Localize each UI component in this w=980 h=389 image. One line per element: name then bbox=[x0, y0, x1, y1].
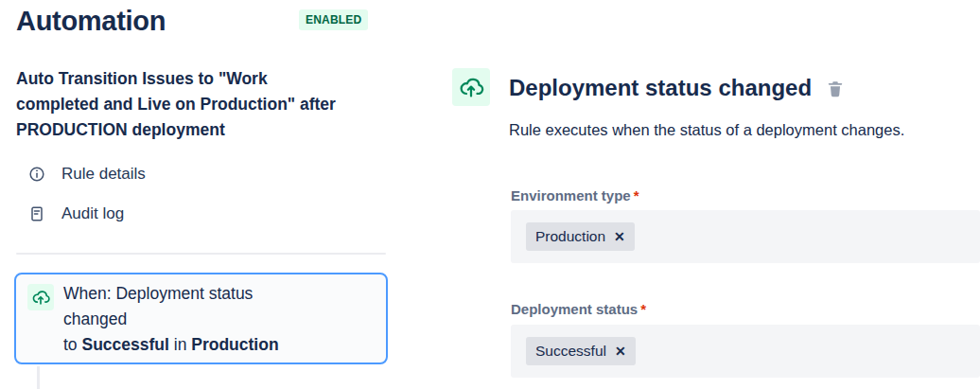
rule-name: Auto Transition Issues to "Work complete… bbox=[16, 66, 353, 143]
trigger-card-text: When: Deployment status changed to Succe… bbox=[63, 281, 309, 358]
deployment-cloud-icon bbox=[452, 68, 490, 106]
trigger-description: Rule executes when the status of a deplo… bbox=[509, 121, 904, 139]
tag-label: Production bbox=[535, 228, 605, 245]
deployment-status-field[interactable]: Successful ✕ bbox=[511, 325, 980, 378]
trigger-detail-connector: in bbox=[169, 335, 191, 354]
audit-log-icon bbox=[27, 204, 46, 223]
sidebar-item-label: Rule details bbox=[61, 165, 146, 184]
remove-tag-icon[interactable]: ✕ bbox=[614, 230, 625, 243]
trash-icon[interactable] bbox=[825, 79, 846, 99]
required-asterisk: * bbox=[634, 187, 639, 203]
trigger-detail-prefix: to bbox=[63, 335, 81, 354]
sidebar-divider bbox=[16, 253, 386, 255]
trigger-detail-status: Successful bbox=[81, 335, 168, 354]
info-icon bbox=[27, 165, 46, 184]
trigger-card-title: When: Deployment status changed bbox=[63, 284, 253, 328]
tag-label: Successful bbox=[535, 343, 606, 360]
deployment-cloud-icon bbox=[27, 284, 54, 310]
field-label-text: Deployment status bbox=[511, 301, 638, 317]
status-badge: ENABLED bbox=[299, 9, 368, 30]
tag-production: Production ✕ bbox=[526, 222, 635, 251]
sidebar-item-label: Audit log bbox=[61, 204, 124, 223]
tag-successful: Successful ✕ bbox=[526, 337, 636, 365]
sidebar-item-audit-log[interactable]: Audit log bbox=[16, 197, 385, 231]
page-title: Automation bbox=[16, 6, 166, 37]
required-asterisk: * bbox=[640, 301, 646, 317]
remove-tag-icon[interactable]: ✕ bbox=[615, 345, 626, 358]
sidebar-item-rule-details[interactable]: Rule details bbox=[16, 157, 385, 191]
field-label-environment-type: Environment type* bbox=[511, 187, 639, 203]
trigger-heading: Deployment status changed bbox=[509, 75, 812, 101]
field-label-deployment-status: Deployment status* bbox=[511, 301, 646, 317]
environment-type-field[interactable]: Production ✕ bbox=[511, 210, 980, 263]
trigger-card-when-deployment-status-changed[interactable]: When: Deployment status changed to Succe… bbox=[14, 273, 388, 364]
rule-chain-connector bbox=[37, 366, 40, 389]
trigger-detail-environment: Production bbox=[191, 335, 278, 354]
field-label-text: Environment type bbox=[511, 187, 631, 203]
